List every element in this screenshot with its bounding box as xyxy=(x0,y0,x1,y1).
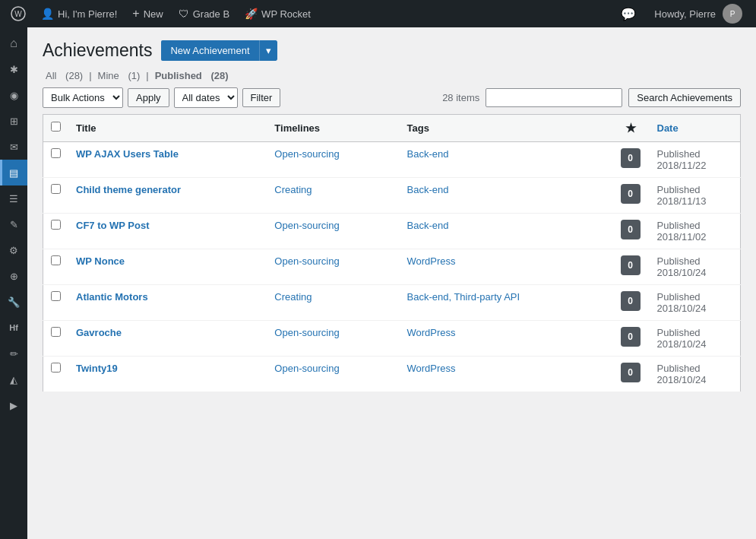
adminbar-right: 💬 Howdy, Pierre P xyxy=(613,0,750,27)
row-badge-cell: 0 xyxy=(612,320,650,356)
row-status: Published xyxy=(657,255,701,267)
apply-button[interactable]: Apply xyxy=(128,88,169,107)
row-check-cell xyxy=(43,356,69,392)
badge-count: 0 xyxy=(621,255,641,275)
row-title-cell: Child theme generator xyxy=(68,177,267,213)
row-checkbox[interactable] xyxy=(51,327,61,337)
row-timeline-link[interactable]: Open-sourcing xyxy=(274,327,339,338)
date-filter-select[interactable]: All dates xyxy=(174,87,238,108)
row-checkbox[interactable] xyxy=(51,148,61,158)
row-checkbox[interactable] xyxy=(51,184,61,194)
table-row: Twinty19 Open-sourcing WordPress 0 Publi… xyxy=(43,356,741,392)
row-checkbox[interactable] xyxy=(51,291,61,301)
row-timeline-link[interactable]: Open-sourcing xyxy=(274,255,339,267)
row-title-link[interactable]: WP AJAX Users Table xyxy=(76,148,179,160)
sidebar-item-shield[interactable]: ◭ xyxy=(0,366,27,392)
row-timeline-link[interactable]: Creating xyxy=(274,184,312,195)
row-status: Published xyxy=(657,148,701,160)
sidebar-item-tools[interactable]: ✎ xyxy=(0,211,27,237)
sidebar-item-media[interactable]: ◉ xyxy=(0,82,27,108)
new-achievement-button[interactable]: New Achievement xyxy=(161,40,258,61)
row-date-cell: Published 2018/11/02 xyxy=(650,213,741,249)
row-tags-cell: WordPress xyxy=(400,320,612,356)
sidebar-item-users[interactable]: ⊕ xyxy=(0,263,27,289)
filter-all-label: All xyxy=(46,70,56,81)
row-tags-cell: Back-end xyxy=(400,177,612,213)
row-checkbox[interactable] xyxy=(51,220,61,230)
row-title-link[interactable]: Atlantic Motors xyxy=(76,291,148,303)
sidebar-item-pages[interactable]: ⊞ xyxy=(0,108,27,134)
row-date: 2018/10/24 xyxy=(657,267,707,278)
row-status: Published xyxy=(657,363,701,374)
row-tag-link[interactable]: Back-end xyxy=(407,148,449,160)
row-badge-cell: 0 xyxy=(612,284,650,320)
row-tag-link[interactable]: Back-end, Third-party API xyxy=(407,291,520,303)
row-timeline-link[interactable]: Open-sourcing xyxy=(274,148,339,160)
posts-icon: ✱ xyxy=(10,64,18,75)
row-title-cell: CF7 to WP Post xyxy=(68,213,267,249)
adminbar-howdy[interactable]: Howdy, Pierre P xyxy=(647,0,750,27)
row-tags-cell: Back-end xyxy=(400,213,612,249)
adminbar-wp-rocket[interactable]: 🚀 WP Rocket xyxy=(237,0,318,27)
bulk-actions-select[interactable]: Bulk Actions xyxy=(43,87,123,108)
sidebar-item-dashboard[interactable]: ⌂ xyxy=(0,30,27,56)
row-badge-cell: 0 xyxy=(612,356,650,392)
row-tag-link[interactable]: WordPress xyxy=(407,327,456,338)
search-input[interactable] xyxy=(486,88,622,107)
sidebar-item-posts[interactable]: ✱ xyxy=(0,56,27,82)
row-title-link[interactable]: Gavroche xyxy=(76,327,122,338)
row-status: Published xyxy=(657,291,701,303)
col-header-tags: Tags xyxy=(400,114,612,141)
row-date: 2018/11/22 xyxy=(657,160,707,171)
filter-mine[interactable]: Mine (1) xyxy=(95,70,144,81)
filter-published[interactable]: Published (28) xyxy=(152,70,232,81)
row-tag-link[interactable]: Back-end xyxy=(407,184,449,195)
achievements-table: Title Timelines Tags ★ Date xyxy=(43,114,741,392)
sidebar-item-achievements[interactable]: ▤ xyxy=(0,160,27,185)
row-timeline-link[interactable]: Open-sourcing xyxy=(274,220,339,231)
row-title-link[interactable]: CF7 to WP Post xyxy=(76,220,150,231)
date-sort-link[interactable]: Date xyxy=(657,122,679,134)
row-checkbox[interactable] xyxy=(51,363,61,373)
row-tag-link[interactable]: WordPress xyxy=(407,363,456,374)
row-badge-cell: 0 xyxy=(612,141,650,177)
filter-button[interactable]: Filter xyxy=(242,88,281,107)
main-layout: ⌂ ✱ ◉ ⊞ ✉ ▤ ☰ ✎ ⚙ ⊕ 🔧 H xyxy=(0,27,756,539)
row-date: 2018/10/24 xyxy=(657,338,707,350)
sidebar-item-wrench[interactable]: 🔧 xyxy=(0,289,27,315)
col-header-date: Date xyxy=(650,114,741,141)
sidebar-item-settings[interactable]: ⚙ xyxy=(0,237,27,263)
adminbar-user-item[interactable]: 👤 Hi, I'm Pierre! xyxy=(33,0,125,27)
table-toolbar: Bulk Actions Apply All dates Filter 28 i… xyxy=(43,87,741,108)
row-tags-cell: WordPress xyxy=(400,249,612,284)
menu2-icon: ☰ xyxy=(9,193,18,205)
badge-count: 0 xyxy=(621,363,641,382)
sidebar-item-play[interactable]: ▶ xyxy=(0,392,27,418)
select-all-checkbox[interactable] xyxy=(51,122,61,132)
row-title-link[interactable]: Twinty19 xyxy=(76,363,118,374)
adminbar-new-item[interactable]: + New xyxy=(125,0,170,27)
row-timeline-link[interactable]: Creating xyxy=(274,291,312,303)
row-title-cell: Gavroche xyxy=(68,320,267,356)
adminbar-comment-icon-item[interactable]: 💬 xyxy=(613,0,644,27)
achievements-icon: ▤ xyxy=(9,167,18,179)
row-timeline-link[interactable]: Open-sourcing xyxy=(274,363,339,374)
row-tag-link[interactable]: WordPress xyxy=(407,255,456,267)
page-title: Achievements xyxy=(43,40,152,62)
row-tag-link[interactable]: Back-end xyxy=(407,220,449,231)
row-check-cell xyxy=(43,320,69,356)
wp-logo[interactable]: W xyxy=(6,0,30,27)
sidebar-item-comments[interactable]: ✉ xyxy=(0,134,27,160)
row-checkbox[interactable] xyxy=(51,255,61,265)
shield2-icon: ◭ xyxy=(10,374,17,385)
adminbar-grade-b[interactable]: 🛡 Grade B xyxy=(171,0,237,27)
filter-all[interactable]: All (28) xyxy=(43,70,86,81)
sidebar-item-menu2[interactable]: ☰ xyxy=(0,185,27,211)
new-achievement-dropdown-button[interactable]: ▾ xyxy=(259,40,277,61)
row-title-link[interactable]: Child theme generator xyxy=(76,184,181,195)
row-title-link[interactable]: WP Nonce xyxy=(76,255,125,267)
row-title-cell: Atlantic Motors xyxy=(68,284,267,320)
sidebar-item-edit[interactable]: ✏ xyxy=(0,341,27,366)
sidebar-item-hf[interactable]: Hf xyxy=(0,315,27,341)
search-achievements-button[interactable]: Search Achievements xyxy=(628,88,741,107)
